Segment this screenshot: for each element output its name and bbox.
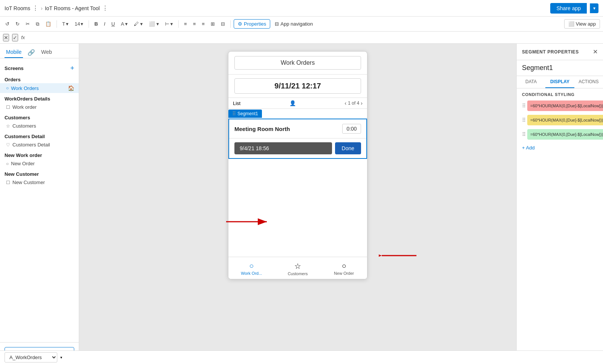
add-styling-button[interactable]: + Add — [522, 143, 535, 152]
row-item-date: 9/4/21 18:56 — [234, 142, 332, 154]
sidebar-item-label: New Customer — [12, 180, 45, 185]
circle-nav-icon: ○ — [249, 262, 254, 270]
bold-button[interactable]: B — [92, 20, 100, 28]
align-center-button[interactable]: ≡ — [191, 20, 198, 28]
sidebar-item-customers-detail[interactable]: ♡ Customers Detail — [0, 140, 79, 149]
columns-button[interactable]: ⊟ — [219, 20, 227, 28]
square2-icon: ☐ — [6, 180, 10, 185]
styling-formula-green: =60*HOUR(MAX(0,[Due]-$[LocalNow]))+MINUT… — [530, 132, 603, 137]
top-bar-right: Share app ▾ — [550, 3, 598, 14]
drag-handle-icon3[interactable]: ⠿ — [522, 129, 526, 140]
underline-button[interactable]: U — [109, 20, 117, 28]
right-panel-title: SEGMENT PROPERTIES — [522, 49, 579, 55]
sidebar-item-work-orders[interactable]: ○ Work Orders 🏠 — [0, 83, 79, 93]
add-screen-button[interactable]: + — [70, 64, 74, 72]
breadcrumb-menu-icon1[interactable]: ⋮ — [32, 5, 38, 12]
redo-button[interactable]: ↻ — [13, 20, 22, 28]
properties-button[interactable]: ⚙ Properties — [234, 19, 270, 29]
group-orders: Orders — [0, 74, 79, 83]
italic-button[interactable]: I — [102, 20, 108, 28]
list-label: List — [233, 101, 240, 106]
group-customers: Customers — [0, 112, 79, 121]
formula-confirm-button[interactable]: ✓ — [12, 34, 18, 41]
row-item-actions: 9/4/21 18:56 Done — [229, 139, 366, 158]
list-nav-prev[interactable]: ‹ — [345, 100, 347, 106]
tab-display[interactable]: DISPLAY — [545, 76, 574, 88]
border-button[interactable]: ⬜ ▾ — [147, 20, 161, 28]
sidebar-item-label: Customers Detail — [12, 142, 50, 148]
right-panel-header: SEGMENT PROPERTIES ✕ — [517, 44, 603, 60]
phone-title-bar — [228, 52, 367, 75]
sidebar-item-label: Work Orders — [11, 85, 38, 91]
sidebar: Mobile 🔗 Web Screens + Orders ○ Work Ord… — [0, 44, 79, 364]
styling-color-red[interactable]: =60*HOUR(MAX(0,[Due]-$[LocalNow]))+MINUT… — [527, 101, 603, 111]
formula-input[interactable] — [28, 35, 600, 40]
datasource-select[interactable]: A_WorkOrders — [5, 352, 57, 362]
tab-web[interactable]: Web — [40, 47, 54, 58]
breadcrumb-iot-rooms[interactable]: IoT Rooms — [5, 5, 30, 11]
sidebar-item-label: Customers — [12, 123, 36, 129]
font-color-button[interactable]: A ▾ — [119, 20, 130, 28]
font-size-button[interactable]: 14 ▾ — [72, 20, 86, 28]
sep3 — [178, 20, 179, 28]
styling-item-green: ⠿ =60*HOUR(MAX(0,[Due]-$[LocalNow]))+MIN… — [522, 129, 598, 140]
tab-mobile[interactable]: Mobile — [5, 47, 23, 58]
paste-button[interactable]: 📋 — [43, 20, 54, 28]
link-icon: 🔗 — [28, 49, 35, 56]
bottom-nav-label-new: New Order — [334, 271, 354, 276]
sidebar-content: Screens + Orders ○ Work Orders 🏠 WorkOrd… — [0, 58, 79, 342]
canvas-spacer — [228, 159, 367, 257]
styling-color-green[interactable]: =60*HOUR(MAX(0,[Due]-$[LocalNow]))+MINUT… — [527, 129, 603, 140]
right-panel: SEGMENT PROPERTIES ✕ Segment1 DATA DISPL… — [516, 44, 603, 364]
list-nav-next[interactable]: › — [361, 100, 363, 106]
breadcrumb-agent-tool[interactable]: IoT Rooms - Agent Tool — [45, 5, 100, 11]
drag-handle-icon2[interactable]: ⠿ — [522, 115, 526, 125]
square-icon: ☐ — [6, 105, 10, 110]
copy-button[interactable]: ⧉ — [34, 20, 41, 29]
share-app-dropdown-button[interactable]: ▾ — [590, 3, 598, 13]
phone-datetime-bar — [228, 75, 367, 98]
app-navigation-button[interactable]: ⊟ App navigation — [272, 20, 316, 28]
breadcrumb-menu-icon2[interactable]: ⋮ — [102, 5, 108, 12]
sidebar-item-new-customer[interactable]: ☐ New Customer — [0, 178, 79, 187]
share-app-button[interactable]: Share app — [550, 3, 587, 14]
bottom-nav-customers[interactable]: ☆ Customers — [275, 260, 321, 277]
align-right-button[interactable]: ≡ — [199, 20, 207, 28]
styling-formula-red: =60*HOUR(MAX(0,[Due]-$[LocalNow]))+MINUT… — [530, 104, 603, 108]
formula-cancel-button[interactable]: ✕ — [3, 34, 9, 41]
sidebar-item-new-order[interactable]: ○ New Order — [0, 159, 79, 168]
highlight-button[interactable]: 🖊 ▾ — [132, 20, 145, 28]
sep1 — [57, 20, 57, 28]
font-type-button[interactable]: T ▾ — [60, 20, 71, 28]
grid-button[interactable]: ⊞ — [208, 20, 217, 28]
bottom-nav-work-orders[interactable]: ○ Work Ord... — [228, 260, 275, 277]
undo-button[interactable]: ↺ — [3, 20, 12, 28]
heart-icon: ♡ — [6, 142, 10, 148]
chevron-down-icon: ▾ — [60, 355, 62, 359]
breadcrumb: IoT Rooms ⋮ › IoT Rooms - Agent Tool ⋮ — [5, 5, 108, 12]
cut-button[interactable]: ✂ — [23, 20, 32, 28]
segment-tab[interactable]: ⠿ Segment1 — [228, 110, 262, 118]
circle2-nav-icon: ○ — [342, 262, 346, 270]
sidebar-item-customers[interactable]: ☆ Customers — [0, 121, 79, 131]
drag-icon: ⠿ — [232, 111, 236, 117]
phone-datetime-input[interactable] — [234, 78, 361, 94]
phone-title-input[interactable] — [234, 56, 361, 70]
done-button[interactable]: Done — [335, 142, 361, 154]
toolbar: ↺ ↻ ✂ ⧉ 📋 T ▾ 14 ▾ B I U A ▾ 🖊 ▾ ⬜ ▾ ⊢ ▾… — [0, 17, 603, 32]
conditional-styling-title: CONDITIONAL STYLING — [522, 92, 598, 97]
external-link-icon: ⬜ — [568, 21, 574, 27]
drag-handle-icon[interactable]: ⠿ — [522, 101, 526, 111]
tab-actions[interactable]: ACTIONS — [574, 76, 603, 88]
formula-bar: ✕ ✓ fx — [0, 32, 603, 44]
row-item-main: Meeting Room North 0:00 — [229, 119, 366, 139]
indent-button[interactable]: ⊢ ▾ — [163, 20, 176, 28]
bottom-nav-new-order[interactable]: ○ New Order — [321, 260, 367, 277]
tab-data[interactable]: DATA — [517, 76, 545, 88]
styling-color-yellow[interactable]: =60*HOUR(MAX(0,[Due]-$[LocalNow]))+MINUT… — [527, 115, 603, 125]
align-left-button[interactable]: ≡ — [182, 20, 189, 28]
sidebar-item-work-order[interactable]: ☐ Work order — [0, 102, 79, 112]
close-panel-button[interactable]: ✕ — [593, 48, 598, 55]
bottom-status: A_WorkOrders ▾ — [0, 350, 603, 364]
view-app-button[interactable]: ⬜ View app — [564, 19, 600, 29]
